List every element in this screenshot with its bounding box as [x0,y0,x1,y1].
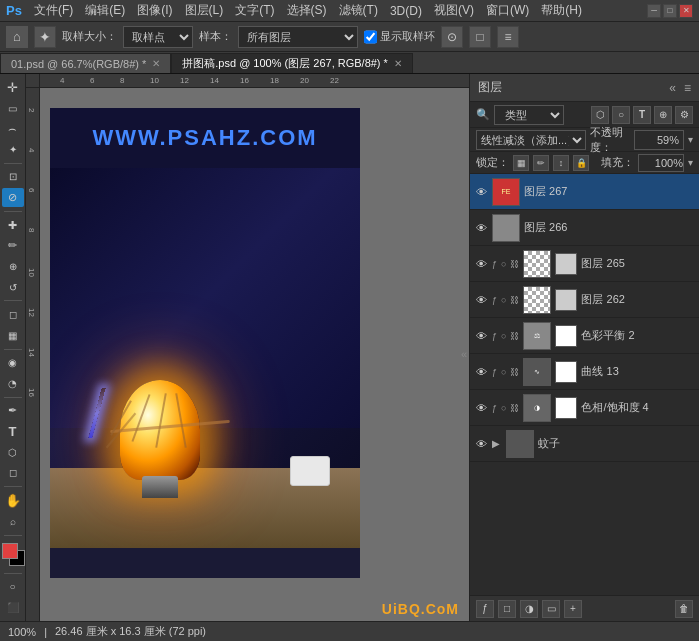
show-sample-checkbox[interactable] [364,26,377,48]
layer-item-curves[interactable]: 👁 ƒ ○ ⛓ ∿ 曲线 13 [470,354,699,390]
layer-cb-name: 色彩平衡 2 [581,328,695,343]
layer-265-visibility[interactable]: 👁 [474,257,488,271]
new-adjustment-button[interactable]: ◑ [520,600,538,618]
quick-mask-tool[interactable]: ○ [2,578,24,597]
document-content: WWW.PSAHZ.COM [50,108,360,578]
blur-tool[interactable]: ◉ [2,353,24,372]
tab-pintu-close[interactable]: ✕ [394,58,402,69]
new-group-button[interactable]: ▭ [542,600,560,618]
delete-layer-button[interactable]: 🗑 [675,600,693,618]
layer-266-visibility[interactable]: 👁 [474,221,488,235]
layer-262-lock: ⛓ [510,295,519,305]
sample-ring-icon[interactable]: ⊙ [441,26,463,48]
foreground-color-swatch[interactable] [2,543,18,559]
text-tool[interactable]: T [2,422,24,441]
menu-3d[interactable]: 3D(D) [390,4,422,18]
layer-item-266[interactable]: 👁 图层 266 [470,210,699,246]
move-tool[interactable]: ✛ [2,78,24,97]
layer-267-visibility[interactable]: 👁 [474,185,488,199]
options-more-icon[interactable]: ≡ [497,26,519,48]
sample-size-select[interactable]: 取样点 [123,26,193,48]
menu-edit[interactable]: 编辑(E) [85,2,125,19]
fill-input[interactable] [638,154,684,172]
panel-collapse-arrow[interactable]: « [461,348,467,360]
minimize-button[interactable]: ─ [647,4,661,18]
layer-262-mask [555,289,577,311]
menu-text[interactable]: 文字(T) [235,2,274,19]
zoom-tool[interactable]: ⌕ [2,512,24,531]
layer-cb-visibility[interactable]: 👁 [474,329,488,343]
lock-transparent-icon[interactable]: ▦ [513,155,529,171]
menu-window[interactable]: 窗口(W) [486,2,529,19]
healing-tool[interactable]: ✚ [2,216,24,235]
opacity-input[interactable] [634,130,684,150]
dodge-tool[interactable]: ◔ [2,374,24,393]
hand-tool[interactable]: ✋ [2,491,24,510]
add-style-button[interactable]: ƒ [476,600,494,618]
rect-select-tool[interactable]: ▭ [2,99,24,118]
menu-select[interactable]: 选择(S) [287,2,327,19]
lock-position-icon[interactable]: ↕ [553,155,569,171]
brush-tool[interactable]: ✏ [2,236,24,255]
ps-logo[interactable]: Ps [6,3,22,18]
screen-mode-tool[interactable]: ⬛ [2,598,24,617]
tab-01psd[interactable]: 01.psd @ 66.7%(RGB/8#) * ✕ [0,53,171,73]
sample-select[interactable]: 所有图层 [238,26,358,48]
layer-262-thumbnail [523,286,551,314]
filter-shape-icon[interactable]: ⊕ [654,106,672,124]
tab-01psd-close[interactable]: ✕ [152,58,160,69]
layer-hue-visibility[interactable]: 👁 [474,401,488,415]
maximize-button[interactable]: □ [663,4,677,18]
layers-collapse-icon[interactable]: « [669,81,676,95]
opacity-arrow[interactable]: ▾ [688,134,693,145]
pen-tool[interactable]: ✒ [2,402,24,421]
home-button[interactable]: ⌂ [6,26,28,48]
filter-text-icon[interactable]: T [633,106,651,124]
layer-item-265[interactable]: 👁 ƒ ○ ⛓ 图层 265 [470,246,699,282]
menu-image[interactable]: 图像(I) [137,2,172,19]
tab-pintu[interactable]: 拼图稿.psd @ 100% (图层 267, RGB/8#) * ✕ [171,53,413,73]
layer-mos-expand[interactable]: ▶ [492,438,500,449]
menu-file[interactable]: 文件(F) [34,2,73,19]
layers-menu-icon[interactable]: ≡ [684,81,691,95]
menu-view[interactable]: 视图(V) [434,2,474,19]
gradient-tool[interactable]: ▦ [2,326,24,345]
menu-filter[interactable]: 滤镜(T) [339,2,378,19]
new-layer-button[interactable]: + [564,600,582,618]
close-button[interactable]: ✕ [679,4,693,18]
blend-mode-select[interactable]: 线性减淡（添加...） [476,130,586,150]
eyedropper-tool[interactable]: ⊘ [2,188,24,207]
magic-wand-tool[interactable]: ✦ [2,140,24,159]
window-controls: ─ □ ✕ [647,4,693,18]
path-select-tool[interactable]: ⬡ [2,443,24,462]
layer-265-name: 图层 265 [581,256,695,271]
add-mask-button[interactable]: □ [498,600,516,618]
shape-tool[interactable]: ◻ [2,464,24,483]
layer-mos-visibility[interactable]: 👁 [474,437,488,451]
lasso-tool[interactable]: ⌢ [2,119,24,138]
lock-all-icon[interactable]: 🔒 [573,155,589,171]
ruler-corner [26,74,40,88]
layer-type-select[interactable]: 类型 [494,105,564,125]
layer-262-visibility[interactable]: 👁 [474,293,488,307]
layer-item-267[interactable]: 👁 FE 图层 267 [470,174,699,210]
options-extra-icon[interactable]: □ [469,26,491,48]
crop-tool[interactable]: ⊡ [2,168,24,187]
fill-arrow[interactable]: ▾ [688,157,693,168]
eyedropper-tool-icon[interactable]: ✦ [34,26,56,48]
menu-layer[interactable]: 图层(L) [185,2,224,19]
lock-pixels-icon[interactable]: ✏ [533,155,549,171]
history-brush-tool[interactable]: ↺ [2,278,24,297]
filter-adjustment-icon[interactable]: ○ [612,106,630,124]
layer-cur-visibility[interactable]: 👁 [474,365,488,379]
layer-item-mosquito[interactable]: 👁 ▶ 蚊子 [470,426,699,462]
layer-item-262[interactable]: 👁 ƒ ○ ⛓ 图层 262 [470,282,699,318]
eraser-tool[interactable]: ◻ [2,305,24,324]
sample-label: 样本： [199,29,232,44]
layer-item-hue[interactable]: 👁 ƒ ○ ⛓ ◑ 色相/饱和度 4 [470,390,699,426]
layer-item-color-balance[interactable]: 👁 ƒ ○ ⛓ ⚖ 色彩平衡 2 [470,318,699,354]
menu-help[interactable]: 帮助(H) [541,2,582,19]
clone-stamp-tool[interactable]: ⊕ [2,257,24,276]
filter-smart-icon[interactable]: ⚙ [675,106,693,124]
filter-pixel-icon[interactable]: ⬡ [591,106,609,124]
